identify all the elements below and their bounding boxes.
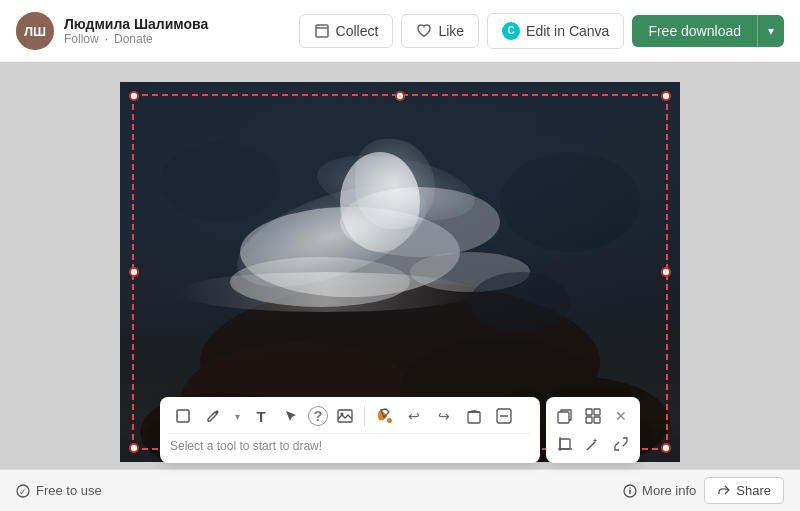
grid-icon[interactable] bbox=[580, 403, 606, 429]
free-icon: ✓ bbox=[16, 484, 30, 498]
author-section: ЛШ Людмила Шалимова Follow · Donate bbox=[16, 12, 299, 50]
svg-rect-30 bbox=[560, 439, 570, 449]
svg-point-12 bbox=[340, 152, 420, 252]
close-toolbar-icon[interactable]: ✕ bbox=[608, 403, 634, 429]
redo-icon[interactable]: ↪ bbox=[431, 403, 457, 429]
author-info: Людмила Шалимова Follow · Donate bbox=[64, 16, 208, 46]
footer-bar: ✓ Free to use More info Share bbox=[0, 469, 800, 511]
toolbar-divider-1 bbox=[364, 406, 365, 426]
svg-rect-2 bbox=[316, 25, 328, 37]
fill-bucket-icon[interactable] bbox=[371, 403, 397, 429]
wand-icon[interactable] bbox=[580, 431, 606, 457]
download-dropdown-button[interactable]: ▾ bbox=[757, 15, 784, 47]
pencil-tool-icon[interactable] bbox=[200, 403, 226, 429]
svg-rect-27 bbox=[594, 409, 600, 415]
svg-rect-25 bbox=[558, 412, 569, 423]
share-button[interactable]: Share bbox=[704, 477, 784, 504]
svg-text:ЛШ: ЛШ bbox=[24, 24, 46, 39]
help-tool-icon[interactable]: ? bbox=[308, 406, 328, 426]
svg-rect-22 bbox=[468, 412, 480, 423]
undo-icon[interactable]: ↩ bbox=[401, 403, 427, 429]
more-info-button[interactable]: More info bbox=[623, 483, 696, 498]
header: ЛШ Людмила Шалимова Follow · Donate Coll… bbox=[0, 0, 800, 62]
trash-icon[interactable] bbox=[461, 403, 487, 429]
svg-point-16 bbox=[500, 152, 640, 252]
svg-point-13 bbox=[230, 257, 410, 307]
download-button-group: Free download ▾ bbox=[632, 15, 784, 47]
svg-point-37 bbox=[629, 487, 631, 489]
remove-icon[interactable] bbox=[491, 403, 517, 429]
bottom-toolbar: ▾ T ? bbox=[160, 397, 640, 463]
expand-icon[interactable] bbox=[608, 431, 634, 457]
canva-logo: C bbox=[502, 22, 520, 40]
header-actions: Collect Like C Edit in Canva Free downlo… bbox=[299, 13, 784, 49]
svg-rect-28 bbox=[586, 417, 592, 423]
share-icon bbox=[717, 484, 731, 498]
author-meta: Follow · Donate bbox=[64, 32, 208, 46]
toolbar-left-panel: ▾ T ? bbox=[160, 397, 540, 463]
select-tool-icon[interactable] bbox=[170, 403, 196, 429]
svg-text:✓: ✓ bbox=[19, 487, 27, 497]
text-tool-icon[interactable]: T bbox=[248, 403, 274, 429]
pencil-dropdown-icon[interactable]: ▾ bbox=[230, 403, 244, 429]
toolbar-right-panel: ✕ bbox=[546, 397, 640, 463]
info-icon bbox=[623, 484, 637, 498]
svg-rect-26 bbox=[586, 409, 592, 415]
cursor-tool-icon[interactable] bbox=[278, 403, 304, 429]
crop-icon[interactable] bbox=[552, 431, 578, 457]
footer-right: More info Share bbox=[623, 477, 784, 504]
toolbar-hint: Select a tool to start to draw! bbox=[170, 434, 530, 453]
like-button[interactable]: Like bbox=[401, 14, 479, 48]
collect-icon bbox=[314, 23, 330, 39]
heart-icon bbox=[416, 23, 432, 39]
avatar[interactable]: ЛШ bbox=[16, 12, 54, 50]
svg-point-15 bbox=[160, 142, 280, 222]
svg-rect-18 bbox=[177, 410, 189, 422]
toolbar-icons-row: ▾ T ? bbox=[170, 403, 530, 434]
free-to-use-label: ✓ Free to use bbox=[16, 483, 102, 498]
svg-point-21 bbox=[388, 419, 392, 423]
image-tool-icon[interactable] bbox=[332, 403, 358, 429]
bucket-area bbox=[371, 403, 397, 429]
edit-canva-button[interactable]: C Edit in Canva bbox=[487, 13, 624, 49]
author-name: Людмила Шалимова bbox=[64, 16, 208, 32]
donate-link[interactable]: Donate bbox=[114, 32, 153, 46]
svg-point-17 bbox=[470, 272, 570, 332]
copy-frame-icon[interactable] bbox=[552, 403, 578, 429]
main-area: ▾ T ? bbox=[0, 62, 800, 511]
svg-rect-29 bbox=[594, 417, 600, 423]
follow-link[interactable]: Follow bbox=[64, 32, 99, 46]
collect-button[interactable]: Collect bbox=[299, 14, 394, 48]
free-download-button[interactable]: Free download bbox=[632, 15, 757, 47]
